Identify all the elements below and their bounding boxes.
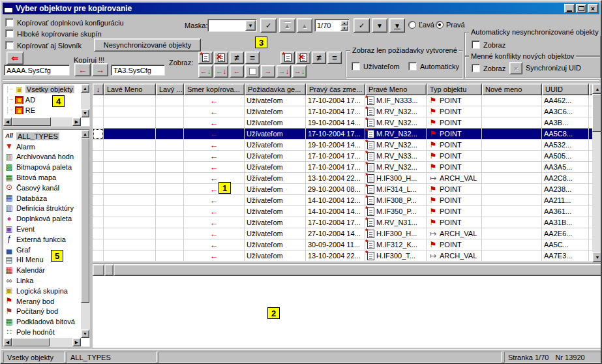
table-row[interactable]: ←Užívateľom17-10-2004 17...*M.RV_N32...⚑… <box>93 162 602 173</box>
checkbox-name-conflicts-show[interactable]: Zobraz <box>472 64 505 72</box>
table-row[interactable]: ←Užívateľom27-10-2004 14...*H.IF300_H...… <box>93 228 602 239</box>
checkbox-box[interactable] <box>5 18 14 27</box>
show-new-objects-button[interactable]: * <box>198 52 213 64</box>
column-header-typ-objektu[interactable]: Typ objektu <box>427 83 482 95</box>
checkbox-box[interactable] <box>408 62 417 70</box>
row-marker-cell[interactable] <box>93 195 104 206</box>
scroll-right-button[interactable]: ▶ <box>72 338 81 346</box>
table-row[interactable]: ←Užívateľom17-10-2004 17...*M.RV_N32...⚑… <box>93 129 602 140</box>
tree-vertical-scrollbar[interactable]: ▲ ▼ <box>81 84 89 117</box>
show-new-objects-button[interactable]: * <box>280 52 295 64</box>
type-item-linka[interactable]: ∞Linka <box>3 275 81 286</box>
type-item-kalend-r[interactable]: ▦Kalendár <box>3 265 81 275</box>
copy-source-button[interactable]: ⇐ <box>7 52 23 65</box>
column-header-prav-meno[interactable]: Pravé Meno <box>365 83 427 95</box>
type-item-meran-bod[interactable]: ⚑Meraný bod <box>3 296 81 307</box>
grid-body[interactable]: ←Užívateľom17-10-2004 17...*M.IF_N333...… <box>93 95 602 262</box>
scroll-up-button[interactable]: ▲ <box>81 130 89 138</box>
column-header-lav[interactable]: Lavý ... <box>156 83 184 95</box>
show-identical-objects-button[interactable]: = <box>327 52 342 64</box>
table-row[interactable]: ←Užívateľom17-10-2004 17...*M.IF_N333...… <box>93 95 602 106</box>
dir-none-button[interactable] <box>245 65 260 78</box>
tree-item-vsetky-objekty[interactable]: ┆┄▣Vsetky objekty <box>3 84 81 95</box>
checkbox-box[interactable] <box>352 62 360 70</box>
copy-requests-grid[interactable]: ↓Lavé MenoLavý ...Smer kopírova...Požiad… <box>93 83 602 262</box>
scrollbar-thumb[interactable] <box>12 117 51 126</box>
group-tree-panel[interactable]: ┆┄▣Vsetky objekty┆┄▣AD┆┄▣RE ▲ ▼ ◀ ▶ <box>3 83 90 127</box>
table-row[interactable]: ←Užívateľom14-10-2004 14...*M.IF350_P...… <box>93 206 602 217</box>
checkbox-created-automatically[interactable]: Automaticky <box>408 62 459 70</box>
copy-to-left-button[interactable]: ← <box>74 63 91 76</box>
type-item-po-tan-bod[interactable]: ⚑Počítaný bod <box>3 307 81 317</box>
table-row[interactable]: ←Užívateľom17-10-2004 17...*M.RV_N31...⚑… <box>93 217 602 228</box>
radio-circle[interactable] <box>408 21 416 29</box>
first-page-button[interactable]: ▲ <box>279 18 295 33</box>
scroll-down-button[interactable]: ▼ <box>81 109 89 117</box>
tree-item-ad[interactable]: ┆┄▣AD <box>3 95 81 105</box>
row-marker-cell[interactable] <box>93 239 104 250</box>
type-item-event[interactable]: ▣Event <box>3 224 81 234</box>
type-item-asov-kan-l[interactable]: ⊙Časový kanál <box>3 183 81 193</box>
close-button[interactable]: × <box>588 4 598 13</box>
checkbox-auto-nonsync-show[interactable]: Zobraz <box>472 40 505 49</box>
target-system-field[interactable]: TA3.SysCfg <box>111 65 165 76</box>
row-marker-cell[interactable] <box>93 206 104 217</box>
table-row[interactable]: ←Užívateľom29-10-2004 08...*M.IF314_L...… <box>93 184 602 195</box>
type-item-bitmapov-paleta[interactable]: ▩Bitmapová paleta <box>3 162 81 172</box>
checkbox-box[interactable] <box>5 41 14 50</box>
type-item-extern-funkcia[interactable]: ƒExterná funkcia <box>3 234 81 245</box>
scroll-up-button[interactable]: ▲ <box>592 83 602 94</box>
last-page-button[interactable]: ▼ <box>389 18 405 33</box>
row-marker-cell[interactable] <box>93 173 104 184</box>
page-spinner[interactable]: 1/70 ▲ ▼ <box>314 19 350 32</box>
type-item-logick-skupina[interactable]: ▣Logická skupina <box>3 286 81 296</box>
type-item-datab-za[interactable]: ▦Databáza <box>3 193 81 204</box>
radio-circle[interactable] <box>436 21 444 29</box>
table-row[interactable]: ←Užívateľom19-10-2004 14...*M.RV_N32...⚑… <box>93 140 602 151</box>
grid-vertical-scrollbar[interactable]: ▲ ▼ <box>592 83 602 262</box>
row-marker-cell[interactable] <box>93 184 104 195</box>
checkbox-deep-copy-groups[interactable]: Hlboké kopírovanie skupín <box>5 29 102 38</box>
column-header-lav-meno[interactable]: Lavé Meno <box>104 83 156 95</box>
scroll-left-button[interactable]: ◀ <box>3 338 12 346</box>
show-deleted-objects-button[interactable]: × <box>296 52 310 64</box>
row-marker-cell[interactable] <box>93 117 104 129</box>
column-header-smer-kop-rova[interactable]: Smer kopírova... <box>184 83 245 95</box>
types-horizontal-scrollbar[interactable]: ◀ ▶ <box>3 338 81 346</box>
show-deleted-objects-button[interactable]: × <box>214 52 228 64</box>
radio-left-side[interactable]: Ľavá <box>408 21 434 29</box>
type-item-podkladov-bitov[interactable]: ▦Podkladová bitová <box>3 316 81 327</box>
show-different-objects-button[interactable]: ≠ <box>230 52 244 64</box>
dir-left-user-button[interactable]: ←↓ <box>214 65 228 78</box>
checkbox-copy-dictionary[interactable]: Kopírovať aj Slovník <box>5 41 82 50</box>
spinner-up-button[interactable]: ▲ <box>340 20 348 25</box>
checkbox-copy-additional-config[interactable]: Kopírovať doplnkovú konfiguráciu <box>5 18 124 27</box>
type-item-defin-cia-trukt-ry[interactable]: ▥Definícia štruktúry <box>3 204 81 214</box>
lower-header-cell[interactable] <box>93 264 104 276</box>
dir-right-auto-button[interactable]: →↓ <box>292 65 307 78</box>
show-different-objects-button[interactable]: ≠ <box>312 52 326 64</box>
dir-right-button[interactable]: → <box>261 65 275 78</box>
maximize-button[interactable] <box>576 4 586 13</box>
table-row[interactable]: ←Užívateľom19-10-2004 14...*M.RV_N32...⚑… <box>93 117 602 129</box>
checkbox-created-by-user[interactable]: Užívateľom <box>352 62 400 70</box>
table-row[interactable]: ←Užívateľom30-09-2004 11...*M.IF312_K...… <box>93 239 602 250</box>
mask-dropdown-button[interactable]: ▼ <box>245 20 256 31</box>
title-bar[interactable]: Vyber objektov pre kopirovanie × <box>3 3 599 14</box>
table-row[interactable]: ←Užívateľom17-10-2004 17...*M.RV_N32...⚑… <box>93 106 602 117</box>
checkbox-box[interactable] <box>472 64 480 72</box>
row-marker-cell[interactable] <box>93 228 104 239</box>
type-item-alarm[interactable]: ▼Alarm <box>3 142 81 152</box>
column-header-nov-meno[interactable]: Nové meno <box>482 83 542 95</box>
row-marker-cell[interactable] <box>93 217 104 228</box>
row-marker-cell[interactable] <box>93 250 104 262</box>
scrollbar-thumb[interactable] <box>592 94 602 132</box>
show-identical-objects-button[interactable]: = <box>245 52 260 64</box>
row-marker-cell[interactable] <box>93 106 104 117</box>
table-row[interactable]: ←Užívateľom17-10-2004 17...*M.RV_N33...⚑… <box>93 151 602 162</box>
spinner-down-button[interactable]: ▼ <box>340 25 348 31</box>
scroll-up-button[interactable]: ▲ <box>81 84 89 93</box>
lower-detail-panel[interactable] <box>93 264 602 348</box>
table-row[interactable]: ←Užívateľom14-10-2004 12...*M.IF308_P...… <box>93 195 602 206</box>
tree-item-re[interactable]: ┆┄▣RE <box>3 105 81 115</box>
